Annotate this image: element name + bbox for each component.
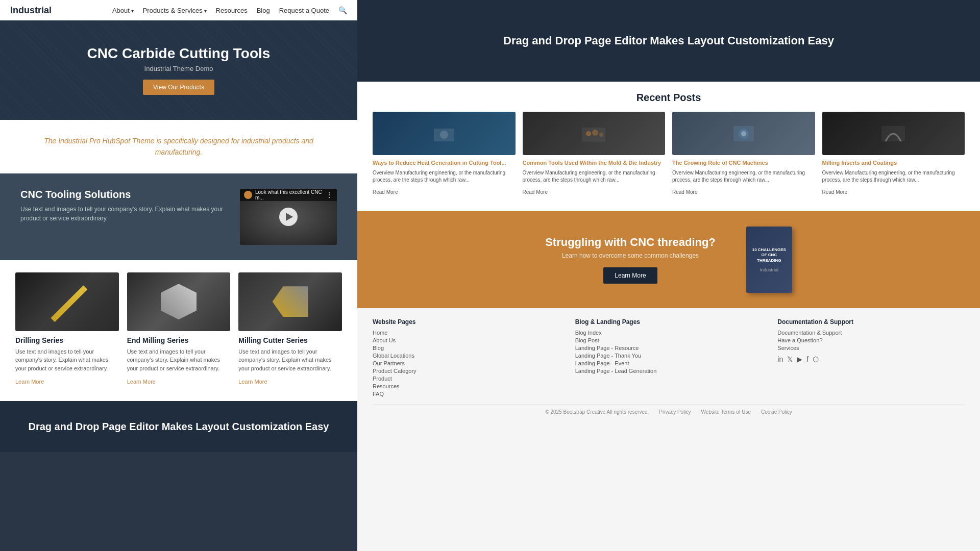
privacy-link[interactable]: Privacy Policy: [659, 409, 691, 415]
footer-link-blog-index[interactable]: Blog Index: [575, 330, 763, 336]
product-link-0[interactable]: Learn More: [15, 379, 44, 385]
footer-link-lp-resource[interactable]: Landing Page - Resource: [575, 345, 763, 351]
tagline-section: The Industrial Pro HubSpot Theme is spec…: [0, 120, 357, 173]
search-icon[interactable]: 🔍: [338, 6, 347, 14]
helix-icon: [161, 284, 197, 319]
footer-col2-title: Blog & Landing Pages: [575, 318, 763, 325]
cookie-link[interactable]: Cookie Policy: [761, 409, 792, 415]
hero-section: CNC Carbide Cutting Tools Industrial The…: [0, 20, 357, 120]
footer-link-lp-event[interactable]: Landing Page - Event: [575, 360, 763, 366]
drill-bit-icon: [46, 281, 87, 322]
cnc-video[interactable]: Look what this excellent CNC m... ⋮: [240, 189, 337, 245]
video-menu-icon[interactable]: ⋮: [326, 191, 333, 199]
footer-link-product[interactable]: Product: [373, 375, 560, 382]
footer-link-locations[interactable]: Global Locations: [373, 353, 560, 359]
footer-link-docs[interactable]: Documentation & Support: [777, 330, 965, 336]
svg-point-5: [599, 133, 603, 137]
svg-point-4: [592, 130, 598, 136]
footer-link-lp-leadgen[interactable]: Landing Page - Lead Generation: [575, 368, 763, 374]
product-desc-2: Use text and images to tell your company…: [238, 347, 342, 373]
footer: Website Pages Home About Us Blog Global …: [357, 308, 980, 551]
post-title-0: Ways to Reduce Heat Generation in Cuttin…: [373, 159, 516, 167]
footer-link-question[interactable]: Have a Question?: [777, 337, 965, 343]
post-card-1: Common Tools Used Within the Mold & Die …: [523, 112, 666, 196]
product-link-2[interactable]: Learn More: [238, 379, 267, 385]
video-bar: Look what this excellent CNC m... ⋮: [240, 189, 337, 201]
footer-link-partners[interactable]: Our Partners: [373, 360, 560, 366]
footer-col-docs: Documentation & Support Documentation & …: [777, 318, 965, 398]
product-desc-0: Use text and images to tell your company…: [15, 347, 119, 373]
product-card-cutter: Milling Cutter Series Use text and image…: [238, 272, 342, 386]
footer-col1-title: Website Pages: [373, 318, 560, 325]
facebook-icon[interactable]: f: [806, 355, 808, 363]
footer-social: in 𝕏 ▶ f ⬡: [777, 355, 965, 363]
cnc-banner: Struggling with CNC threading? Learn how…: [357, 211, 980, 308]
footer-col-blog: Blog & Landing Pages Blog Index Blog Pos…: [575, 318, 763, 398]
banner-title: Struggling with CNC threading?: [545, 236, 716, 249]
cnc-section: CNC Tooling Solutions Use text and image…: [0, 173, 357, 260]
posts-grid: Ways to Reduce Heat Generation in Cuttin…: [373, 112, 965, 196]
post-card-2: The Growing Role of CNC Machines Overvie…: [672, 112, 815, 196]
terms-link[interactable]: Website Terms of Use: [701, 409, 751, 415]
post-desc-0: Overview Manufacturing engineering, or t…: [373, 169, 516, 184]
nav-about[interactable]: About: [112, 7, 134, 14]
products-section: Drilling Series Use text and images to t…: [0, 260, 357, 402]
banner-content: Struggling with CNC threading? Learn how…: [545, 236, 716, 284]
post-read-more-1[interactable]: Read More: [523, 189, 548, 195]
footer-link-blog-post[interactable]: Blog Post: [575, 337, 763, 343]
recent-posts-title: Recent Posts: [373, 92, 965, 104]
footer-col3-title: Documentation & Support: [777, 318, 965, 325]
product-name-1: End Milling Series: [127, 336, 231, 344]
twitter-icon[interactable]: 𝕏: [787, 355, 793, 363]
post-title-3: Milling Inserts and Coatings: [822, 159, 965, 167]
nav-quote[interactable]: Request a Quote: [279, 7, 329, 14]
post-read-more-3[interactable]: Read More: [822, 189, 847, 195]
post-read-more-0[interactable]: Read More: [373, 189, 398, 195]
footer-link-blog[interactable]: Blog: [373, 345, 560, 351]
banner-subtitle: Learn how to overcome some common challe…: [545, 252, 716, 259]
instagram-icon[interactable]: ⬡: [813, 355, 819, 363]
post-desc-3: Overview Manufacturing engineering, or t…: [822, 169, 965, 184]
hero-title: CNC Carbide Cutting Tools: [87, 45, 271, 62]
drag-right-text: Drag and Drop Page Editor Makes Layout C…: [473, 34, 865, 47]
nav-products[interactable]: Products & Services: [143, 7, 207, 14]
video-label: Look what this excellent CNC m...: [255, 189, 323, 201]
footer-link-about[interactable]: About Us: [373, 337, 560, 343]
book-logo: Industrial: [760, 267, 779, 272]
logo[interactable]: Industrial: [10, 5, 52, 16]
play-button[interactable]: [279, 208, 298, 226]
product-link-1[interactable]: Learn More: [127, 379, 156, 385]
nav-blog[interactable]: Blog: [257, 7, 270, 14]
post-desc-1: Overview Manufacturing engineering, or t…: [523, 169, 666, 184]
product-name-0: Drilling Series: [15, 336, 119, 344]
footer-link-product-category[interactable]: Product Category: [373, 368, 560, 374]
drag-left-section: Drag and Drop Page Editor Makes Layout C…: [0, 401, 357, 452]
product-img-drilling: [15, 272, 119, 331]
tagline-text: The Industrial Pro HubSpot Theme is spec…: [20, 135, 337, 158]
product-img-cutter: [238, 272, 342, 331]
learn-more-button[interactable]: Learn More: [603, 267, 657, 284]
cnc-desc: Use text and images to tell your company…: [20, 205, 230, 223]
post-title-2: The Growing Role of CNC Machines: [672, 159, 815, 167]
video-channel-icon: [244, 191, 252, 199]
recent-posts-section: Recent Posts Ways to Reduce Heat Generat…: [357, 82, 980, 211]
right-panel: Drag and Drop Page Editor Makes Layout C…: [357, 0, 980, 551]
footer-link-resources[interactable]: Resources: [373, 383, 560, 389]
nav-resources[interactable]: Resources: [216, 7, 248, 14]
footer-link-home[interactable]: Home: [373, 330, 560, 336]
post-desc-2: Overview Manufacturing engineering, or t…: [672, 169, 815, 184]
footer-link-faq[interactable]: FAQ: [373, 391, 560, 397]
footer-link-services[interactable]: Services: [777, 345, 965, 351]
product-card-drilling: Drilling Series Use text and images to t…: [15, 272, 119, 386]
post-card-3: Milling Inserts and Coatings Overview Ma…: [822, 112, 965, 196]
post-img-0: [373, 112, 516, 155]
linkedin-icon[interactable]: in: [777, 355, 783, 363]
youtube-icon[interactable]: ▶: [797, 355, 802, 363]
banner-book: 10 CHALLENGES OF CNC THREADING Industria…: [746, 227, 792, 293]
drag-right-section: Drag and Drop Page Editor Makes Layout C…: [357, 0, 980, 82]
post-read-more-2[interactable]: Read More: [672, 189, 697, 195]
footer-link-lp-thankyou[interactable]: Landing Page - Thank You: [575, 353, 763, 359]
product-img-milling: [127, 272, 231, 331]
post-card-0: Ways to Reduce Heat Generation in Cuttin…: [373, 112, 516, 196]
view-products-button[interactable]: View Our Products: [143, 80, 214, 95]
